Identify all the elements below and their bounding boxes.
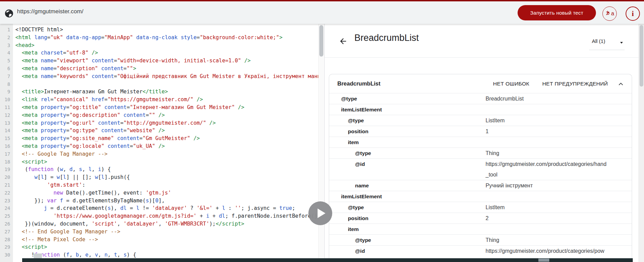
code-line: 3<head>	[0, 42, 318, 49]
code-line: 27 <!-- End Google Tag Manager -->	[0, 228, 318, 236]
code-line: 10 <link rel="canonical" href="https://g…	[0, 96, 318, 104]
code-line: 13 <meta property="og:url" content="http…	[0, 119, 318, 127]
code-text: w[l] = w[l] || []; w[l].push({	[13, 173, 318, 181]
row-key: item	[329, 224, 486, 234]
globe-icon	[4, 9, 14, 18]
code-line: 25 'https://www.googletagmanager.com/gtm…	[0, 212, 318, 220]
row-key: position	[329, 126, 486, 137]
table-row: @typeListItem	[329, 115, 632, 126]
row-key: @type	[329, 93, 486, 104]
info-button[interactable]: i	[626, 6, 640, 21]
code-text: <meta property="og:title" content="Інтер…	[13, 104, 318, 111]
row-value: ListItem	[486, 202, 607, 213]
code-text: <meta property="og:url" content="http://…	[13, 119, 318, 127]
line-number: 5	[0, 57, 13, 65]
row-value: 2	[486, 213, 607, 224]
code-line: 23 }); var f = d.getElementsByTagName(s)…	[0, 197, 318, 205]
code-text: (function (w, d, s, l, i) {	[13, 166, 318, 173]
code-line: 4 <meta charset="utf-8" />	[0, 49, 318, 57]
row-value: Ручний інструмент	[486, 180, 607, 191]
code-text: <!-- End Google Tag Manager -->	[13, 228, 318, 236]
code-text: new Date().getTime(), event: 'gtm.js'	[13, 189, 318, 197]
code-text: <meta property="og:type" content="websit…	[13, 127, 318, 135]
row-value: ListItem	[486, 115, 607, 126]
back-arrow-icon	[339, 37, 348, 46]
code-text: <title>Інтернет-магазин Gm Gut Meister</…	[13, 88, 318, 96]
row-key: position	[329, 213, 486, 224]
filter-dropdown[interactable]: All (1)	[589, 36, 625, 50]
language-button[interactable]: a	[602, 6, 617, 21]
row-value: BreadcrumbList	[486, 93, 607, 104]
line-number: 26	[0, 220, 13, 228]
code-line: 15 <meta property="og:site_name" content…	[0, 135, 318, 142]
line-number: 11	[0, 104, 13, 111]
line-number: 3	[0, 42, 13, 49]
code-text: 'gtm.start':	[13, 181, 318, 189]
code-scrollbar-thumb[interactable]	[319, 25, 323, 57]
hiragana-a-icon	[605, 10, 611, 17]
code-text: <meta property="og:locale" content="uk_U…	[13, 142, 318, 150]
no-warnings-badge: НЕТ ПРЕДУПРЕЖДЕНИЙ	[542, 81, 608, 87]
line-number: 23	[0, 197, 13, 205]
code-line: 2<html lang="uk" data-ng-app="MainApp" d…	[0, 34, 318, 42]
code-line: 11 <meta property="og:title" content="Ін…	[0, 104, 318, 111]
line-number: 13	[0, 119, 13, 127]
line-number: 12	[0, 111, 13, 119]
bottom-scrollbar-thumb[interactable]	[538, 259, 549, 262]
code-line: 8	[0, 80, 318, 88]
back-button[interactable]	[338, 36, 348, 47]
code-text: 'https://www.googletagmanager.com/gtm.js…	[13, 212, 318, 220]
line-number: 20	[0, 173, 13, 181]
code-scrollbar-track[interactable]	[318, 24, 324, 262]
page-scrollbar-thumb[interactable]	[640, 25, 643, 87]
run-new-test-button[interactable]: Запустить новый тест	[518, 5, 596, 20]
scrollbar-corner	[34, 253, 42, 258]
chevron-down-icon	[619, 40, 624, 46]
code-line: 16 <meta property="og:locale" content="u…	[0, 142, 318, 150]
table-row: @typeListItem	[329, 202, 632, 213]
table-row: itemListElement	[329, 104, 632, 115]
line-number: 16	[0, 142, 13, 150]
table-row: @idhttps://gmgutmeister.com/product/cate…	[329, 158, 632, 180]
code-text: <meta name="description" content="">	[13, 65, 318, 73]
code-line: 6 <meta name="description" content="">	[0, 65, 318, 73]
top-red-strip	[0, 0, 644, 1]
code-text: <script>	[13, 243, 318, 251]
line-number: 10	[0, 96, 13, 104]
table-row: @typeThing	[329, 148, 632, 158]
code-line: 19 (function (w, d, s, l, i) {	[0, 166, 318, 173]
code-line: 17 <!-- Google Tag Manager -->	[0, 150, 318, 158]
row-key: itemListElement	[329, 104, 486, 115]
card-header[interactable]: BreadcrumbList НЕТ ОШИБОК НЕТ ПРЕДУПРЕЖД…	[329, 74, 632, 93]
code-text: <!-- Google Tag Manager -->	[13, 150, 318, 158]
row-key: itemListElement	[329, 191, 486, 202]
line-number: 17	[0, 150, 13, 158]
chevron-up-icon[interactable]	[617, 80, 624, 87]
table-row: nameРучний інструмент	[329, 180, 632, 191]
line-number: 28	[0, 236, 13, 244]
line-number: 15	[0, 135, 13, 142]
code-text: <html lang="uk" data-ng-app="MainApp" da…	[13, 34, 318, 42]
line-number: 9	[0, 88, 13, 96]
row-value: https://gmgutmeister.com/product/categor…	[486, 159, 607, 180]
code-text: })(window, document, 'script', 'dataLaye…	[13, 220, 318, 228]
card-status: НЕТ ОШИБОК НЕТ ПРЕДУПРЕЖДЕНИЙ	[493, 81, 608, 87]
code-line: 7 <meta name="keywords" content="Офіційн…	[0, 73, 318, 80]
table-row: @typeThing	[329, 234, 632, 245]
line-number: 25	[0, 212, 13, 220]
code-line: 5 <meta name="viewport" content="width=d…	[0, 57, 318, 65]
line-number: 27	[0, 228, 13, 236]
code-line: 1<!DOCTYPE html>	[0, 26, 318, 34]
line-number: 18	[0, 158, 13, 166]
row-key: @id	[329, 246, 486, 256]
filter-label: All (1)	[592, 38, 605, 44]
row-key: @type	[329, 115, 486, 126]
row-key: @type	[329, 235, 486, 245]
code-line: 28 <!-- Meta Pixel Code -->	[0, 236, 318, 244]
no-errors-badge: НЕТ ОШИБОК	[493, 81, 529, 87]
table-row: itemListElement	[329, 191, 632, 202]
breadcrumblist-card: BreadcrumbList НЕТ ОШИБОК НЕТ ПРЕДУПРЕЖД…	[329, 74, 632, 262]
code-text: <meta name="viewport" content="width=dev…	[13, 57, 318, 65]
play-button[interactable]	[308, 201, 332, 225]
code-text: <meta charset="utf-8" />	[13, 49, 318, 57]
